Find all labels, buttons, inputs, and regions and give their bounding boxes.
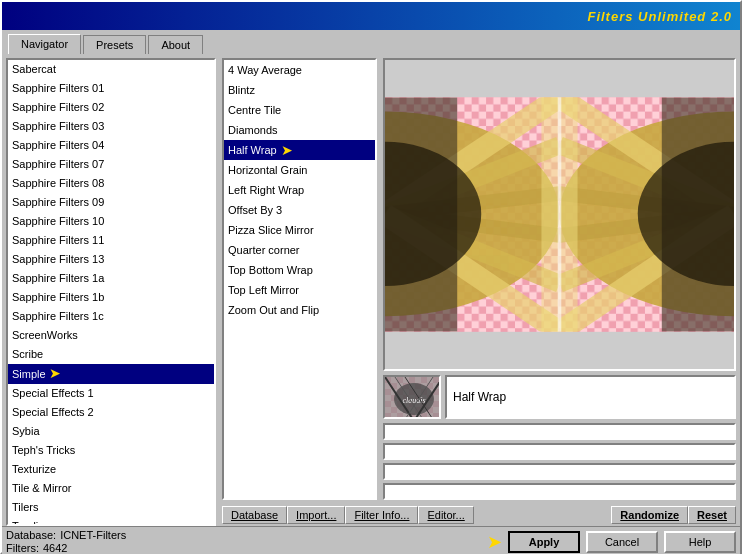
category-item[interactable]: Toadies	[8, 517, 214, 524]
tabs-bar: Navigator Presets About	[2, 30, 740, 54]
middle-row: 4 Way AverageBlintzCentre TileDiamondsHa…	[222, 58, 736, 500]
title-text: Filters Unlimited 2.0	[587, 9, 732, 24]
preview-info-row: claudis	[383, 375, 736, 419]
category-list-panel: SabercatSapphire Filters 01Sapphire Filt…	[6, 58, 216, 526]
category-item[interactable]: Teph's Tricks	[8, 441, 214, 460]
category-item[interactable]: Sapphire Filters 07	[8, 155, 214, 174]
thumb-svg: claudis	[385, 377, 441, 419]
help-button[interactable]: Help	[664, 531, 736, 553]
preview-image	[383, 58, 736, 371]
apply-arrow-icon: ➤	[487, 531, 502, 553]
action-buttons: ➤ Apply Cancel Help	[487, 531, 736, 553]
filter-item[interactable]: Horizontal Grain	[224, 160, 375, 180]
apply-button[interactable]: Apply	[508, 531, 580, 553]
filter-item[interactable]: Half Wrap ➤	[224, 140, 375, 160]
filter-info-btn[interactable]: Filter Info...	[345, 506, 418, 524]
filter-item[interactable]: Blintz	[224, 80, 375, 100]
tab-about[interactable]: About	[148, 35, 203, 54]
filter-item[interactable]: Left Right Wrap	[224, 180, 375, 200]
randomize-btn[interactable]: Randomize	[611, 506, 688, 524]
body-area: SabercatSapphire Filters 01Sapphire Filt…	[2, 54, 740, 526]
filter-item[interactable]: Diamonds	[224, 120, 375, 140]
category-item[interactable]: Sapphire Filters 04	[8, 136, 214, 155]
filter-item[interactable]: Zoom Out and Flip	[224, 300, 375, 320]
filters-value: 4642	[43, 542, 67, 554]
category-item[interactable]: Sapphire Filters 1b	[8, 288, 214, 307]
right-area: 4 Way AverageBlintzCentre TileDiamondsHa…	[222, 58, 736, 526]
filter-item[interactable]: Centre Tile	[224, 100, 375, 120]
category-item[interactable]: Sapphire Filters 13	[8, 250, 214, 269]
category-item[interactable]: Sapphire Filters 02	[8, 98, 214, 117]
database-value: ICNET-Filters	[60, 529, 126, 541]
category-item[interactable]: Simple ➤	[8, 364, 214, 384]
import-btn[interactable]: Import...	[287, 506, 345, 524]
filter-item[interactable]: 4 Way Average	[224, 60, 375, 80]
filter-item[interactable]: Top Left Mirror	[224, 280, 375, 300]
preview-thumb: claudis	[383, 375, 441, 419]
category-item[interactable]: ScreenWorks	[8, 326, 214, 345]
empty-row-3	[383, 463, 736, 480]
status-info: Database: ICNET-Filters Filters: 4642	[6, 529, 186, 554]
title-bar: Filters Unlimited 2.0	[2, 2, 740, 30]
category-item[interactable]: Sapphire Filters 10	[8, 212, 214, 231]
main-window: Filters Unlimited 2.0 Navigator Presets …	[0, 0, 742, 554]
editor-btn[interactable]: Editor...	[418, 506, 473, 524]
category-item[interactable]: Sybia	[8, 422, 214, 441]
toolbar-row: Database Import... Filter Info... Editor…	[222, 504, 736, 526]
database-label: Database:	[6, 529, 56, 541]
category-item[interactable]: Sapphire Filters 1a	[8, 269, 214, 288]
category-item[interactable]: Special Effects 1	[8, 384, 214, 403]
filter-item[interactable]: Pizza Slice Mirror	[224, 220, 375, 240]
database-btn[interactable]: Database	[222, 506, 287, 524]
empty-row-2	[383, 443, 736, 460]
reset-btn[interactable]: Reset	[688, 506, 736, 524]
preview-svg	[385, 60, 734, 369]
database-status: Database: ICNET-Filters	[6, 529, 186, 541]
category-item[interactable]: Scribe	[8, 345, 214, 364]
extra-rows	[383, 423, 736, 500]
empty-row-1	[383, 423, 736, 440]
category-list[interactable]: SabercatSapphire Filters 01Sapphire Filt…	[8, 60, 214, 524]
bottom-bar: Database: ICNET-Filters Filters: 4642 ➤ …	[2, 526, 740, 554]
tab-presets[interactable]: Presets	[83, 35, 146, 54]
category-item[interactable]: Sapphire Filters 11	[8, 231, 214, 250]
category-item[interactable]: Sapphire Filters 01	[8, 79, 214, 98]
filters-label: Filters:	[6, 542, 39, 554]
filter-name-display: Half Wrap	[445, 375, 736, 419]
category-item[interactable]: Sapphire Filters 08	[8, 174, 214, 193]
category-item[interactable]: Sapphire Filters 03	[8, 117, 214, 136]
category-item[interactable]: Sapphire Filters 1c	[8, 307, 214, 326]
filter-item[interactable]: Top Bottom Wrap	[224, 260, 375, 280]
category-item[interactable]: Special Effects 2	[8, 403, 214, 422]
filter-list-panel[interactable]: 4 Way AverageBlintzCentre TileDiamondsHa…	[222, 58, 377, 500]
category-item[interactable]: Sabercat	[8, 60, 214, 79]
category-item[interactable]: Tilers	[8, 498, 214, 517]
tab-navigator[interactable]: Navigator	[8, 34, 81, 54]
category-item[interactable]: Texturize	[8, 460, 214, 479]
preview-area: claudis	[383, 58, 736, 500]
cancel-button[interactable]: Cancel	[586, 531, 658, 553]
category-item[interactable]: Tile & Mirror	[8, 479, 214, 498]
filters-status: Filters: 4642	[6, 542, 186, 554]
category-item[interactable]: Sapphire Filters 09	[8, 193, 214, 212]
status-apply-row: Database: ICNET-Filters Filters: 4642 ➤ …	[6, 529, 736, 554]
filter-item[interactable]: Quarter corner	[224, 240, 375, 260]
empty-row-4	[383, 483, 736, 500]
filter-item[interactable]: Offset By 3	[224, 200, 375, 220]
